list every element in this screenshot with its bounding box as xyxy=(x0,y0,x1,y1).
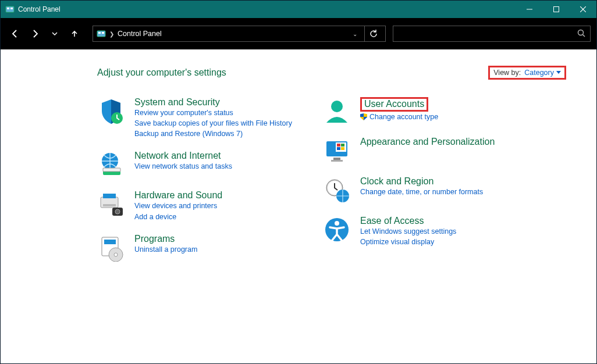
svg-rect-27 xyxy=(333,158,340,160)
category-system-and-security: System and Security Review your computer… xyxy=(97,97,301,139)
category-link[interactable]: Save backup copies of your files with Fi… xyxy=(134,118,292,129)
view-by-value[interactable]: Category xyxy=(524,69,561,77)
category-link[interactable]: Uninstall a program xyxy=(134,244,197,255)
category-link[interactable]: Add a device xyxy=(134,212,222,222)
accessibility-icon xyxy=(323,216,351,244)
svg-point-10 xyxy=(578,30,584,35)
content-header: Adjust your computer's settings View by:… xyxy=(97,66,573,80)
category-title[interactable]: Ease of Access xyxy=(360,216,424,226)
printer-camera-icon xyxy=(97,190,125,218)
category-link[interactable]: Backup and Restore (Windows 7) xyxy=(134,129,292,139)
svg-rect-28 xyxy=(331,160,343,162)
up-button[interactable] xyxy=(66,25,83,42)
category-title[interactable]: Appearance and Personalization xyxy=(360,137,495,147)
category-appearance-personalization: Appearance and Personalization xyxy=(323,137,527,165)
control-panel-icon xyxy=(97,29,106,38)
breadcrumb-control-panel[interactable]: Control Panel xyxy=(118,30,162,38)
svg-rect-32 xyxy=(337,147,340,150)
search-box[interactable] xyxy=(393,26,591,42)
monitor-colors-icon xyxy=(323,137,351,165)
svg-rect-2 xyxy=(10,8,13,9)
content-area: Adjust your computer's settings View by:… xyxy=(1,49,596,363)
category-clock-region: Clock and Region Change date, time, or n… xyxy=(323,176,527,204)
svg-point-20 xyxy=(115,209,120,214)
chevron-right-icon[interactable]: ❯ xyxy=(109,31,114,37)
svg-rect-18 xyxy=(103,204,116,206)
svg-rect-31 xyxy=(341,144,344,147)
category-link[interactable]: Let Windows suggest settings xyxy=(360,226,456,237)
minimize-button[interactable] xyxy=(516,1,543,18)
chevron-down-icon[interactable]: ⌄ xyxy=(353,31,357,37)
category-network-and-internet: Network and Internet View network status… xyxy=(97,151,301,179)
svg-rect-4 xyxy=(554,7,559,12)
control-panel-icon xyxy=(5,5,15,14)
category-link[interactable]: Optimize visual display xyxy=(360,237,456,247)
close-button[interactable] xyxy=(570,1,596,18)
svg-rect-17 xyxy=(103,194,116,198)
programs-disc-icon xyxy=(97,234,125,262)
search-icon xyxy=(577,29,585,39)
category-title[interactable]: Clock and Region xyxy=(360,176,433,187)
category-link[interactable]: Change date, time, or number formats xyxy=(360,187,483,197)
svg-point-24 xyxy=(114,253,118,256)
category-title[interactable]: Network and Internet xyxy=(134,151,221,161)
clock-globe-icon xyxy=(323,176,351,204)
svg-rect-22 xyxy=(104,240,116,244)
category-link[interactable]: Review your computer's status xyxy=(134,108,292,118)
svg-point-38 xyxy=(335,221,339,226)
category-link[interactable]: View devices and printers xyxy=(134,201,222,211)
user-icon xyxy=(323,97,351,125)
svg-point-25 xyxy=(331,101,343,112)
highlight-box: User Accounts xyxy=(360,97,428,112)
recent-locations-button[interactable] xyxy=(46,25,63,42)
svg-rect-1 xyxy=(7,8,9,9)
view-by-value-text: Category xyxy=(524,69,554,77)
category-programs: Programs Uninstall a program xyxy=(97,234,301,262)
page-title: Adjust your computer's settings xyxy=(97,67,226,78)
svg-rect-33 xyxy=(341,147,344,150)
svg-line-11 xyxy=(583,34,585,37)
refresh-button[interactable] xyxy=(364,26,382,42)
forward-button[interactable] xyxy=(26,25,44,42)
category-title[interactable]: User Accounts xyxy=(364,99,424,109)
globe-network-icon xyxy=(97,151,125,179)
category-title[interactable]: Hardware and Sound xyxy=(134,190,222,201)
address-bar[interactable]: ❯ Control Panel ⌄ xyxy=(93,26,386,42)
window-title: Control Panel xyxy=(18,5,61,13)
shield-icon xyxy=(97,97,125,125)
view-by-label: View by: xyxy=(493,69,521,77)
categories-columns: System and Security Review your computer… xyxy=(97,97,573,273)
titlebar: Control Panel xyxy=(1,1,596,18)
category-title[interactable]: System and Security xyxy=(134,97,220,108)
window-frame: Control Panel ❯ Control Panel ⌄ xyxy=(0,0,597,364)
maximize-button[interactable] xyxy=(543,1,570,18)
svg-rect-9 xyxy=(102,32,104,34)
categories-right-column: User Accounts Change account type Appear… xyxy=(323,97,527,273)
view-by-control[interactable]: View by: Category xyxy=(488,66,566,80)
svg-rect-15 xyxy=(103,168,120,172)
chevron-down-icon xyxy=(556,71,561,74)
category-user-accounts: User Accounts Change account type xyxy=(323,97,527,125)
categories-left-column: System and Security Review your computer… xyxy=(97,97,301,273)
category-ease-of-access: Ease of Access Let Windows suggest setti… xyxy=(323,216,527,247)
toolbar: ❯ Control Panel ⌄ xyxy=(1,18,596,49)
svg-rect-30 xyxy=(337,144,340,147)
category-link[interactable]: Change account type xyxy=(360,112,438,122)
category-hardware-and-sound: Hardware and Sound View devices and prin… xyxy=(97,190,301,222)
category-link[interactable]: View network status and tasks xyxy=(134,161,232,172)
svg-rect-8 xyxy=(98,32,101,34)
back-button[interactable] xyxy=(6,25,24,42)
category-title[interactable]: Programs xyxy=(134,234,175,244)
